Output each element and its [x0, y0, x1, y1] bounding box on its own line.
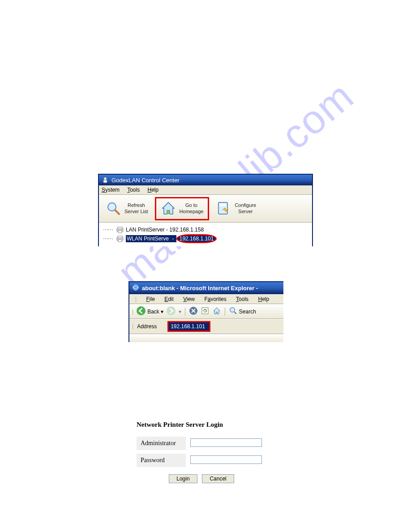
svg-rect-7 — [220, 204, 226, 206]
home-icon — [161, 201, 176, 217]
dropdown-arrow-icon: ▾ — [161, 309, 163, 315]
svg-rect-10 — [118, 231, 122, 233]
password-row: Password — [137, 454, 266, 467]
cancel-button[interactable]: Cancel — [202, 474, 234, 483]
svg-rect-9 — [118, 227, 122, 229]
ie-menu-help[interactable]: Help — [255, 295, 272, 303]
ie-menu-tools[interactable]: Tools — [233, 295, 251, 303]
svg-rect-6 — [218, 202, 227, 214]
refresh-server-list-button[interactable]: RefreshServer List — [101, 197, 153, 220]
magnifier-icon — [106, 201, 121, 217]
administrator-input[interactable] — [190, 438, 262, 447]
configure-server-button[interactable]: ConfigureServer — [211, 197, 261, 220]
address-label: Address — [137, 323, 157, 330]
administrator-row: Administrator — [137, 437, 266, 450]
menu-system[interactable]: SSystemystem — [102, 187, 120, 193]
godexlan-toolbar: RefreshServer List Go toHomepage Configu… — [99, 195, 312, 223]
dropdown-arrow-icon: ▾ — [179, 309, 181, 315]
address-input[interactable]: 192.168.1.101 — [169, 322, 209, 330]
svg-rect-5 — [167, 210, 170, 214]
login-form: Network Printer Server Login Administrat… — [137, 421, 266, 483]
login-button[interactable]: Login — [169, 474, 197, 483]
svg-rect-13 — [118, 240, 122, 242]
configure-label: ConfigureServer — [235, 202, 256, 215]
ie-home-button[interactable] — [212, 306, 221, 317]
svg-rect-12 — [118, 236, 122, 238]
back-arrow-icon — [136, 306, 146, 317]
godexlan-menubar: SSystemystem Tools Help — [99, 185, 312, 195]
highlighted-ip: 192.168.1.101 — [176, 234, 217, 243]
go-to-homepage-button[interactable]: Go toHomepage — [155, 197, 210, 220]
menu-tools[interactable]: Tools — [127, 187, 140, 193]
homepage-label: Go toHomepage — [180, 202, 204, 215]
ie-refresh-button[interactable] — [201, 306, 210, 317]
printer-icon — [116, 226, 124, 233]
ie-window: about:blank - Microsoft Internet Explore… — [128, 281, 283, 342]
godexlan-title: GodexLAN Control Center — [111, 177, 180, 184]
ie-content-area — [129, 334, 283, 342]
address-highlight: 192.168.1.101 — [167, 321, 210, 332]
ie-forward-button[interactable] — [166, 306, 176, 317]
godexlan-window: GodexLAN Control Center SSystemystem Too… — [98, 174, 313, 246]
godexlan-titlebar[interactable]: GodexLAN Control Center — [99, 175, 312, 185]
ie-menu-file[interactable]: File — [143, 295, 157, 303]
ie-menu-edit[interactable]: Edit — [162, 295, 176, 303]
ie-toolbar: | Back ▾ ▾ Search — [129, 304, 283, 319]
administrator-label: Administrator — [137, 437, 186, 450]
app-icon — [102, 176, 109, 184]
ie-menu-favorites[interactable]: Favorites — [201, 295, 229, 303]
menu-help[interactable]: Help — [148, 187, 159, 193]
configure-icon — [216, 201, 231, 217]
printer-icon — [116, 235, 124, 242]
password-input[interactable] — [190, 455, 262, 464]
login-title: Network Printer Server Login — [137, 421, 266, 429]
svg-point-15 — [137, 306, 146, 315]
ie-title: about:blank - Microsoft Internet Explore… — [142, 285, 258, 292]
svg-rect-1 — [103, 180, 107, 183]
svg-marker-19 — [214, 308, 220, 314]
search-label: Search — [239, 309, 256, 315]
ie-menu-view[interactable]: View — [180, 295, 197, 303]
toolbar-separator — [185, 308, 185, 316]
password-label: Password — [137, 454, 186, 467]
back-label: Back — [147, 309, 159, 315]
tree-row-wlan-printserver[interactable]: ⋯⋯ WLAN PrintServe - 192.168.1.101 — [101, 234, 310, 244]
svg-point-23 — [229, 307, 235, 313]
ie-icon — [132, 284, 139, 292]
ie-stop-button[interactable] — [189, 306, 198, 317]
ie-menubar: | File Edit View Favorites Tools Help — [129, 294, 283, 304]
svg-line-3 — [115, 210, 119, 214]
svg-point-16 — [167, 306, 176, 315]
tree-row-lan-printserver[interactable]: ⋯⋯ LAN PrintServer - 192.168.1.158 — [101, 226, 310, 234]
tree-label-lan: LAN PrintServer - 192.168.1.158 — [126, 227, 204, 233]
ie-address-bar: | Address 192.168.1.101 — [129, 319, 283, 334]
svg-point-0 — [104, 177, 107, 180]
tree-connector-icon: ⋯⋯ — [102, 227, 114, 233]
ie-back-button[interactable]: Back ▾ — [136, 306, 163, 317]
search-icon — [229, 306, 238, 317]
ie-search-button[interactable]: Search — [229, 306, 256, 317]
tree-connector-icon: ⋯⋯ — [102, 236, 114, 242]
ie-titlebar[interactable]: about:blank - Microsoft Internet Explore… — [129, 282, 283, 294]
refresh-label: RefreshServer List — [124, 202, 148, 215]
toolbar-separator — [225, 308, 225, 316]
tree-label-wlan: WLAN PrintServe - 192.168.1.101 — [126, 234, 217, 243]
server-tree: ⋯⋯ LAN PrintServer - 192.168.1.158 ⋯⋯ WL… — [99, 223, 312, 246]
svg-point-14 — [133, 285, 138, 290]
